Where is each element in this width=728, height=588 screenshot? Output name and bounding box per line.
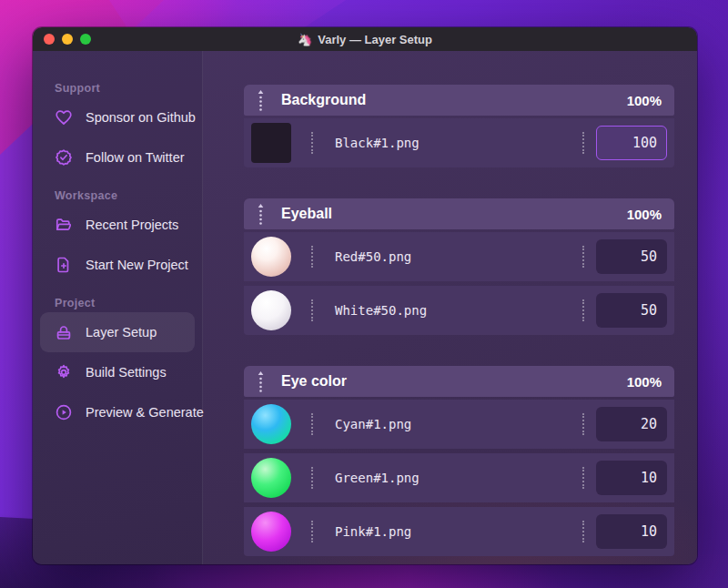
sidebar-item-label: Start New Project <box>86 258 188 272</box>
layer-filename: Green#1.png <box>335 471 582 485</box>
layer-group-header: Eyeball 100% <box>244 198 674 229</box>
layer-value-input[interactable] <box>596 461 667 495</box>
red-sphere-thumb <box>251 237 291 277</box>
close-button[interactable] <box>44 34 55 45</box>
drag-handle-icon[interactable] <box>257 370 265 392</box>
sidebar-item-sponsor-on-github[interactable]: Sponsor on Github <box>40 97 195 137</box>
gear-icon <box>55 363 73 381</box>
layer-row: Red#50.png <box>244 232 674 281</box>
row-divider <box>582 521 584 542</box>
sidebar-section-label: Support <box>33 82 202 97</box>
title-bar: 🦄 Varly — Layer Setup <box>33 27 697 51</box>
row-divider <box>582 413 584 435</box>
sidebar-item-follow-on-twitter[interactable]: Follow on Twitter <box>40 137 195 177</box>
sidebar-item-start-new-project[interactable]: Start New Project <box>40 245 195 285</box>
layer-filename: Red#50.png <box>335 249 582 264</box>
row-divider <box>582 467 584 489</box>
layer-group-weight: 100% <box>627 207 662 222</box>
green-sphere-thumb <box>251 458 291 498</box>
layer-row: Black#1.png <box>244 118 674 167</box>
layer-group-name: Eyeball <box>281 206 627 222</box>
layer-value-input[interactable] <box>596 293 667 328</box>
window-title: 🦄 Varly — Layer Setup <box>298 33 432 46</box>
layer-value-input[interactable] <box>596 126 667 160</box>
drag-handle-icon[interactable] <box>257 89 265 111</box>
row-divider <box>582 246 584 268</box>
verified-badge-icon <box>55 148 73 167</box>
layer-filename: Cyan#1.png <box>335 417 582 431</box>
sidebar: Support Sponsor on Github Follow on Twit… <box>33 51 203 564</box>
play-circle-icon <box>55 403 73 421</box>
layer-row: White#50.png <box>244 286 674 335</box>
layer-value-input[interactable] <box>596 407 667 441</box>
row-divider <box>311 132 313 154</box>
sidebar-item-build-settings[interactable]: Build Settings <box>40 352 195 392</box>
minimize-button[interactable] <box>62 34 73 45</box>
sidebar-item-recent-projects[interactable]: Recent Projects <box>40 205 195 245</box>
row-divider <box>582 299 584 321</box>
layer-group-header: Eye color 100% <box>244 366 674 397</box>
sidebar-item-label: Follow on Twitter <box>86 150 185 165</box>
pink-sphere-thumb <box>251 512 291 552</box>
zoom-button[interactable] <box>80 34 91 45</box>
drag-handle-icon[interactable] <box>257 203 265 225</box>
layer-filename: Pink#1.png <box>335 524 582 539</box>
layer-filename: White#50.png <box>335 303 582 318</box>
cyan-sphere-thumb <box>251 404 291 444</box>
layer-setup-panel: Background 100% Black#1.png Eyeball 100% <box>203 51 697 564</box>
layer-group-weight: 100% <box>627 93 662 108</box>
row-divider <box>311 299 313 321</box>
sidebar-section-workspace: Workspace Recent Projects Start New Proj… <box>33 189 202 285</box>
sidebar-item-label: Sponsor on Github <box>86 110 196 125</box>
window-body: Support Sponsor on Github Follow on Twit… <box>33 51 697 564</box>
layer-filename: Black#1.png <box>335 136 582 150</box>
sidebar-section-label: Project <box>33 297 202 312</box>
desktop-background: 🦄 Varly — Layer Setup Support Sponsor on… <box>0 0 728 588</box>
layer-group-eye-color: Eye color 100% Cyan#1.png Green#1.png Pi… <box>244 366 674 556</box>
layer-group-name: Background <box>281 92 627 108</box>
row-divider <box>311 467 313 489</box>
row-divider <box>311 246 313 268</box>
row-divider <box>582 132 584 154</box>
row-divider <box>311 413 313 435</box>
layer-row: Cyan#1.png <box>244 400 674 449</box>
layer-group-background: Background 100% Black#1.png <box>244 85 674 167</box>
white-sphere-thumb <box>251 290 291 330</box>
layer-group-eyeball: Eyeball 100% Red#50.png White#50.png <box>244 198 674 335</box>
app-window: 🦄 Varly — Layer Setup Support Sponsor on… <box>33 27 697 564</box>
row-divider <box>311 521 313 542</box>
sidebar-section-support: Support Sponsor on Github Follow on Twit… <box>33 82 202 177</box>
layer-row: Pink#1.png <box>244 507 674 556</box>
sidebar-section-project: Project Layer Setup Build Settings Previ… <box>33 297 202 432</box>
traffic-lights <box>44 34 91 45</box>
heart-icon <box>55 108 73 127</box>
sidebar-item-preview-generate[interactable]: Preview & Generate <box>40 392 195 432</box>
window-title-text: Varly — Layer Setup <box>318 33 432 46</box>
unicorn-app-icon: 🦄 <box>298 33 312 46</box>
sidebar-item-label: Recent Projects <box>86 218 178 232</box>
sidebar-section-label: Workspace <box>33 189 202 205</box>
layer-group-header: Background 100% <box>244 85 674 116</box>
sidebar-item-label: Build Settings <box>86 365 167 380</box>
layer-group-name: Eye color <box>281 373 627 390</box>
sidebar-item-layer-setup[interactable]: Layer Setup <box>40 312 195 352</box>
file-plus-icon <box>55 256 73 274</box>
layer-value-input[interactable] <box>596 239 667 274</box>
sidebar-item-label: Preview & Generate <box>86 405 204 420</box>
sidebar-item-label: Layer Setup <box>86 325 157 340</box>
layer-value-input[interactable] <box>596 514 667 549</box>
layer-row: Green#1.png <box>244 453 674 502</box>
folder-icon <box>55 216 73 234</box>
layer-group-weight: 100% <box>627 374 662 390</box>
layers-bag-icon <box>55 323 73 341</box>
black-square-thumb <box>251 123 291 163</box>
